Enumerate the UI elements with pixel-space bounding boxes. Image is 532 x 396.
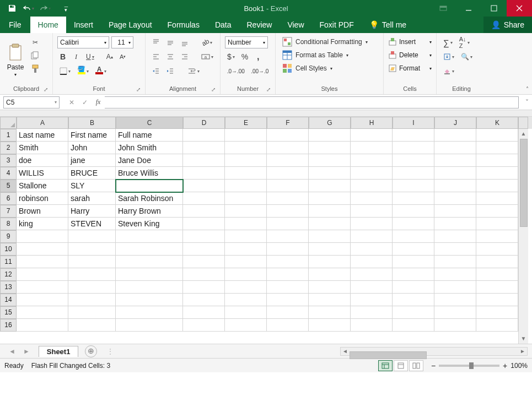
clipboard-launcher-icon[interactable]: ⤢	[44, 86, 48, 93]
row-header[interactable]: 3	[0, 154, 17, 167]
cell[interactable]	[434, 167, 476, 180]
row-header[interactable]: 10	[0, 243, 17, 256]
cell[interactable]	[183, 142, 225, 154]
cell[interactable]	[351, 319, 393, 332]
cell[interactable]	[267, 167, 309, 180]
row-header[interactable]: 6	[0, 192, 17, 205]
zoom-level[interactable]: 100%	[510, 362, 528, 370]
cell[interactable]	[434, 306, 476, 319]
cell[interactable]	[17, 319, 68, 332]
cell[interactable]: Stallone	[17, 180, 68, 192]
cell[interactable]	[183, 205, 225, 218]
cell[interactable]	[309, 192, 351, 205]
page-break-view-icon[interactable]	[409, 360, 423, 371]
cell[interactable]	[434, 243, 476, 256]
cell[interactable]	[351, 268, 393, 281]
cell[interactable]	[351, 129, 393, 142]
tab-file[interactable]: File	[0, 17, 30, 33]
cell[interactable]	[183, 281, 225, 294]
decrease-indent-icon[interactable]	[150, 65, 162, 77]
cell[interactable]	[68, 268, 116, 281]
cell[interactable]: Harry	[68, 205, 116, 218]
cell[interactable]	[183, 129, 225, 142]
cell[interactable]: king	[17, 218, 68, 230]
cell[interactable]	[476, 230, 518, 243]
cell[interactable]	[476, 218, 518, 230]
tab-page-layout[interactable]: Page Layout	[101, 17, 160, 33]
cell[interactable]	[476, 256, 518, 268]
increase-decimal-icon[interactable]: .0→.00	[225, 65, 247, 77]
row-header[interactable]: 11	[0, 256, 17, 268]
cell[interactable]	[351, 256, 393, 268]
sheet-tab[interactable]: Sheet1	[39, 346, 79, 357]
cell[interactable]	[17, 256, 68, 268]
cell[interactable]	[476, 129, 518, 142]
row-header[interactable]: 2	[0, 142, 17, 154]
cell[interactable]	[309, 256, 351, 268]
cell[interactable]	[351, 205, 393, 218]
bold-button[interactable]: B	[57, 51, 68, 63]
cell[interactable]	[476, 142, 518, 154]
cell[interactable]	[267, 294, 309, 306]
cell[interactable]	[267, 306, 309, 319]
cell[interactable]	[476, 268, 518, 281]
undo-icon[interactable]	[21, 2, 36, 14]
cell[interactable]: Jane Doe	[116, 154, 183, 167]
cell[interactable]	[225, 192, 267, 205]
tab-split-grip[interactable]: ⋮	[107, 348, 115, 355]
cell[interactable]	[116, 306, 183, 319]
orientation-icon[interactable]: ab	[200, 36, 214, 48]
column-header[interactable]: K	[476, 117, 518, 129]
collapse-ribbon-icon[interactable]: ˄	[526, 86, 529, 92]
cell[interactable]	[476, 281, 518, 294]
cell[interactable]	[309, 294, 351, 306]
cell[interactable]: doe	[17, 154, 68, 167]
cell[interactable]	[116, 243, 183, 256]
cell[interactable]	[351, 167, 393, 180]
cell[interactable]	[476, 154, 518, 167]
share-button[interactable]: 👤Share	[483, 17, 532, 33]
cell[interactable]	[68, 319, 116, 332]
cell[interactable]: Full name	[116, 129, 183, 142]
cell[interactable]	[476, 192, 518, 205]
zoom-out-icon[interactable]: −	[431, 361, 436, 370]
conditional-formatting-button[interactable]: Conditional Formatting▾	[280, 35, 379, 48]
cell[interactable]	[267, 142, 309, 154]
new-sheet-icon[interactable]: ⊕	[85, 345, 97, 357]
cell[interactable]	[434, 281, 476, 294]
cell[interactable]	[225, 154, 267, 167]
cell[interactable]	[68, 230, 116, 243]
cell[interactable]	[225, 319, 267, 332]
cell[interactable]	[267, 256, 309, 268]
cell[interactable]	[225, 167, 267, 180]
cell[interactable]	[225, 205, 267, 218]
cut-icon[interactable]: ✂	[29, 36, 42, 48]
cell[interactable]	[476, 243, 518, 256]
cell[interactable]	[309, 306, 351, 319]
cell[interactable]	[183, 306, 225, 319]
column-header[interactable]: H	[351, 117, 393, 129]
font-launcher-icon[interactable]: ⤢	[136, 86, 141, 93]
tab-view[interactable]: View	[280, 17, 311, 33]
cell[interactable]	[351, 306, 393, 319]
cell[interactable]	[183, 243, 225, 256]
sheet-nav-next-icon[interactable]: ►	[23, 348, 30, 355]
grow-font-icon[interactable]: A▴	[104, 51, 115, 63]
clear-icon[interactable]	[441, 65, 456, 77]
cell[interactable]: BRUCE	[68, 167, 116, 180]
cell[interactable]	[68, 243, 116, 256]
cell[interactable]	[183, 192, 225, 205]
fill-color-icon[interactable]: 🪣	[75, 65, 91, 77]
cell[interactable]	[225, 230, 267, 243]
cell[interactable]	[309, 218, 351, 230]
cell[interactable]	[434, 192, 476, 205]
scroll-left-icon[interactable]: ◄	[341, 348, 350, 354]
shrink-font-icon[interactable]: A▾	[117, 51, 128, 63]
insert-cells-button[interactable]: Insert▾	[388, 35, 432, 48]
autosum-icon[interactable]: ∑	[441, 36, 455, 48]
cell[interactable]	[225, 256, 267, 268]
cell[interactable]	[309, 230, 351, 243]
cell[interactable]	[351, 294, 393, 306]
cell[interactable]	[434, 218, 476, 230]
cell[interactable]	[267, 218, 309, 230]
